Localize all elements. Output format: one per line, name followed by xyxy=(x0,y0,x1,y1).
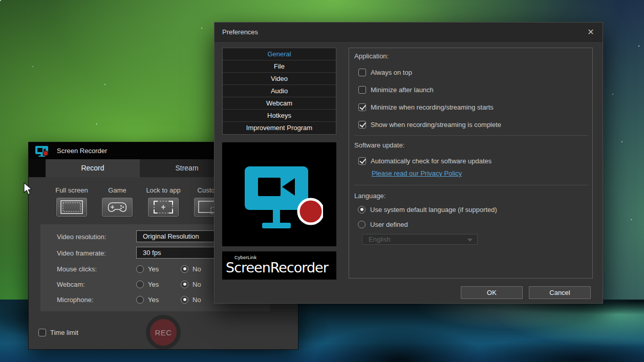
system-default-language-radio[interactable] xyxy=(358,206,366,214)
webcam-no-label: No xyxy=(192,281,201,288)
time-limit-label: Time limit xyxy=(50,329,78,336)
language-dropdown-value: English xyxy=(369,236,391,243)
always-on-top-checkbox[interactable] xyxy=(358,69,366,76)
language-dropdown: English xyxy=(362,234,478,245)
general-settings-panel: Application: Always on top Minimize afte… xyxy=(349,48,593,279)
minimize-when-recording-label: Minimize when recording/streaming starts xyxy=(371,103,493,111)
mouse-clicks-no-radio[interactable] xyxy=(181,265,188,273)
nav-item-hotkeys[interactable]: Hotkeys xyxy=(223,110,336,122)
microphone-no-radio[interactable] xyxy=(181,296,188,304)
show-when-complete-label: Show when recording/streaming is complet… xyxy=(371,121,501,129)
show-when-complete-checkbox[interactable] xyxy=(358,121,366,129)
game-mode-button[interactable] xyxy=(101,197,133,217)
webcam-label: Webcam: xyxy=(57,281,85,288)
system-default-language-label: Use system default language (if supporte… xyxy=(370,206,497,214)
preferences-titlebar[interactable]: Preferences xyxy=(214,23,603,41)
mouse-clicks-no-label: No xyxy=(192,265,201,273)
mode-label-game: Game xyxy=(94,186,140,194)
video-resolution-label: Video resolution: xyxy=(57,233,106,241)
preferences-dialog: Preferences ✕ General File Video Audio W… xyxy=(214,22,603,304)
rec-button[interactable]: REC xyxy=(150,319,177,346)
always-on-top-label: Always on top xyxy=(371,69,412,76)
gamepad-icon xyxy=(107,202,127,213)
language-heading: Language: xyxy=(354,191,385,201)
software-update-heading: Software update: xyxy=(354,140,404,151)
app-logo-icon xyxy=(35,145,49,157)
auto-update-checkbox[interactable] xyxy=(358,157,366,165)
dialog-title: Preferences xyxy=(222,28,258,36)
user-defined-language-label: User defined xyxy=(370,221,408,228)
brand-screenrecorder: ScreenRecorder xyxy=(226,260,328,275)
nav-item-file[interactable]: File xyxy=(223,60,336,73)
microphone-yes-radio[interactable] xyxy=(136,296,144,304)
application-heading: Application: xyxy=(354,51,389,61)
webcam-yes-label: Yes xyxy=(148,281,159,288)
mouse-cursor xyxy=(24,182,33,196)
brand-wordmark-bar: CyberLink ScreenRecorder xyxy=(222,251,336,280)
time-limit-checkbox[interactable] xyxy=(38,329,46,336)
privacy-policy-link[interactable]: Please read our Privacy Policy xyxy=(372,169,462,178)
microphone-no-label: No xyxy=(192,296,201,304)
tab-record[interactable]: Record xyxy=(46,159,140,177)
microphone-yes-label: Yes xyxy=(148,296,159,304)
lock-to-app-mode-button[interactable] xyxy=(147,197,179,217)
preferences-nav: General File Video Audio Webcam Hotkeys … xyxy=(222,48,336,135)
nav-item-improvement-program[interactable]: Improvement Program xyxy=(223,122,336,134)
fullscreen-icon xyxy=(60,200,83,214)
chevron-down-icon xyxy=(467,239,473,242)
nav-item-general[interactable]: General xyxy=(223,48,336,60)
minimize-after-launch-checkbox[interactable] xyxy=(358,86,366,94)
auto-update-label: Automatically check for software updates xyxy=(371,157,491,165)
nav-item-webcam[interactable]: Webcam xyxy=(223,97,336,110)
mode-label-lock-to-app: Lock to app xyxy=(140,186,186,194)
mouse-clicks-label: Mouse clicks: xyxy=(57,265,97,273)
section-divider xyxy=(354,185,588,185)
lock-to-app-icon xyxy=(153,200,174,214)
section-divider xyxy=(354,135,588,136)
wallpaper-stars xyxy=(0,0,1,1)
window-title: Screen Recorder xyxy=(57,147,107,155)
minimize-when-recording-checkbox[interactable] xyxy=(358,103,366,111)
webcam-yes-radio[interactable] xyxy=(136,281,144,288)
close-icon[interactable]: ✕ xyxy=(584,27,597,38)
screenrecorder-logo-icon xyxy=(239,160,323,252)
nav-item-video[interactable]: Video xyxy=(223,73,336,85)
nav-item-audio[interactable]: Audio xyxy=(223,85,336,97)
brand-logo-box xyxy=(222,142,336,246)
ok-button[interactable]: OK xyxy=(461,286,523,299)
microphone-label: Microphone: xyxy=(57,296,94,304)
webcam-no-radio[interactable] xyxy=(181,281,188,288)
mouse-clicks-yes-radio[interactable] xyxy=(136,265,144,273)
minimize-after-launch-label: Minimize after launch xyxy=(371,86,434,94)
fullscreen-mode-button[interactable] xyxy=(56,197,88,217)
mouse-clicks-yes-label: Yes xyxy=(148,265,159,273)
cancel-button[interactable]: Cancel xyxy=(529,286,591,299)
mode-label-fullscreen: Full screen xyxy=(49,186,95,194)
video-framerate-label: Video framerate: xyxy=(57,249,106,257)
user-defined-language-radio[interactable] xyxy=(358,221,366,228)
